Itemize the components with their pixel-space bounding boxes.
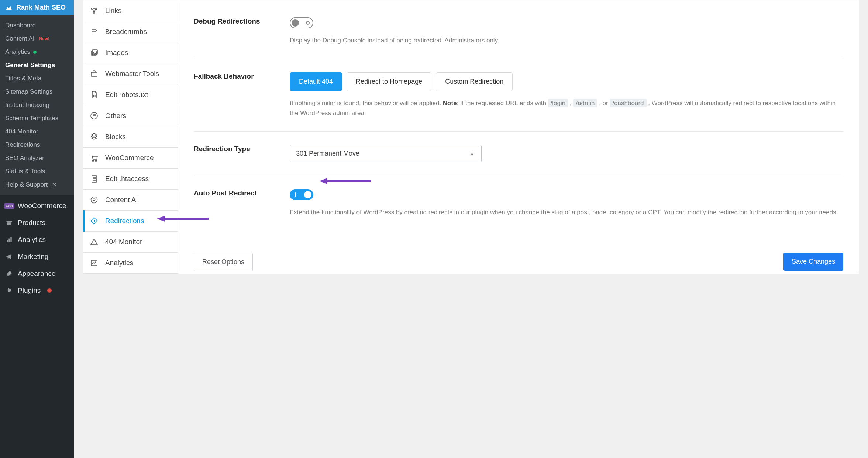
blocks-icon: [90, 132, 99, 141]
tab-label: Edit .htaccess: [105, 175, 149, 183]
tab-webmaster-tools[interactable]: Webmaster Tools: [83, 63, 178, 84]
tab-404-monitor[interactable]: 404 Monitor: [83, 232, 178, 253]
fallback-options: Default 404 Redirect to Homepage Custom …: [290, 72, 843, 91]
tab-label: Breadcrumbs: [105, 28, 147, 36]
content-wrapper: Links Breadcrumbs Images Webmaster Tools…: [74, 0, 868, 458]
label-fallback-behavior: Fallback Behavior: [194, 72, 275, 118]
option-custom-redirection[interactable]: Custom Redirection: [436, 72, 513, 91]
sidebar-plugin-header[interactable]: Rank Math SEO: [0, 0, 74, 15]
note-label: Note: [443, 100, 457, 107]
submenu-analytics[interactable]: Analytics: [0, 45, 74, 59]
svg-rect-0: [7, 221, 12, 222]
tab-woocommerce[interactable]: WooCommerce: [83, 148, 178, 169]
menu-plugins[interactable]: Plugins: [0, 282, 74, 299]
tab-breadcrumbs[interactable]: Breadcrumbs: [83, 21, 178, 42]
tab-edit-htaccess[interactable]: Edit .htaccess: [83, 169, 178, 190]
archive-icon: [5, 219, 13, 226]
menu-analytics[interactable]: Analytics: [0, 231, 74, 248]
settings-footer: Reset Options Save Changes: [178, 245, 859, 274]
submenu-item-label: Redirections: [5, 141, 40, 149]
tab-images[interactable]: Images: [83, 42, 178, 63]
menu-item-label: Analytics: [18, 236, 46, 244]
row-redirection-type: Redirection Type 301 Permanent Move: [194, 132, 843, 176]
wp-main-menu: woo WooCommerce Products Analytics Marke…: [0, 195, 74, 299]
save-changes-button[interactable]: Save Changes: [783, 253, 843, 271]
submenu-seo-analyzer[interactable]: SEO Analyzer: [0, 152, 74, 165]
submenu-titles-meta[interactable]: Titles & Meta: [0, 72, 74, 85]
svg-point-17: [94, 244, 94, 244]
new-badge: New!: [39, 36, 49, 41]
status-dot-icon: [33, 51, 37, 54]
desc-text: If nothing similar is found, this behavi…: [290, 100, 443, 107]
submenu-item-label: Content AI: [5, 35, 34, 42]
sign-icon: [90, 27, 99, 36]
chevron-down-icon: [469, 150, 475, 157]
wp-admin-sidebar: Rank Math SEO Dashboard Content AINew! A…: [0, 0, 74, 458]
submenu-status-tools[interactable]: Status & Tools: [0, 165, 74, 178]
submenu-item-label: Titles & Meta: [5, 75, 42, 82]
menu-woocommerce[interactable]: woo WooCommerce: [0, 197, 74, 214]
submenu-item-label: Help & Support: [5, 181, 48, 188]
desc-auto-post-redirect: Extend the functionality of WordPress by…: [290, 208, 843, 217]
menu-appearance[interactable]: Appearance: [0, 265, 74, 282]
menu-item-label: Plugins: [18, 287, 41, 295]
chart-icon: [90, 259, 99, 267]
select-redirection-type[interactable]: 301 Permanent Move: [290, 145, 482, 162]
tab-blocks[interactable]: Blocks: [83, 126, 178, 148]
code-admin: /admin: [573, 99, 597, 107]
woocommerce-icon: woo: [5, 203, 13, 209]
tab-links[interactable]: Links: [83, 0, 178, 21]
tab-others[interactable]: Others: [83, 105, 178, 126]
annotation-arrow-toggle: [319, 177, 371, 185]
submenu-instant-indexing[interactable]: Instant Indexing: [0, 98, 74, 112]
submenu-item-label: 404 Monitor: [5, 128, 38, 135]
option-redirect-homepage[interactable]: Redirect to Homepage: [347, 72, 431, 91]
row-debug-redirections: Debug Redirections Display the Debug Con…: [194, 4, 843, 59]
submenu-schema-templates[interactable]: Schema Templates: [0, 112, 74, 125]
submenu-dashboard[interactable]: Dashboard: [0, 19, 74, 32]
tab-content-ai[interactable]: Content AI: [83, 190, 178, 211]
file-code-icon: [90, 90, 99, 99]
tab-label: Links: [105, 7, 121, 15]
label-debug-redirections: Debug Redirections: [194, 17, 275, 45]
tab-analytics[interactable]: Analytics: [83, 253, 178, 274]
cart-icon: [90, 153, 99, 162]
toggle-auto-post-redirect[interactable]: [290, 189, 313, 200]
sidebar-plugin-title: Rank Math SEO: [16, 4, 66, 11]
briefcase-icon: [90, 69, 99, 78]
tab-redirections[interactable]: Redirections: [83, 211, 178, 232]
label-redirection-type: Redirection Type: [194, 145, 275, 162]
submenu-item-label: General Settings: [5, 62, 55, 69]
toggle-debug-redirections[interactable]: [290, 17, 313, 28]
tab-label: Edit robots.txt: [105, 91, 148, 99]
svg-rect-1: [7, 222, 11, 225]
reset-options-button[interactable]: Reset Options: [194, 253, 253, 271]
settings-tabs: Links Breadcrumbs Images Webmaster Tools…: [83, 0, 178, 274]
links-icon: [90, 6, 99, 15]
megaphone-icon: [5, 253, 13, 260]
menu-item-label: Products: [18, 219, 45, 227]
tab-label: WooCommerce: [105, 154, 154, 162]
submenu-item-label: Analytics: [5, 48, 30, 56]
update-indicator-icon: [47, 288, 52, 293]
bars-icon: [5, 236, 13, 243]
submenu-content-ai[interactable]: Content AINew!: [0, 32, 74, 45]
label-auto-post-redirect: Auto Post Redirect: [194, 189, 275, 217]
submenu-item-label: Sitemap Settings: [5, 88, 53, 96]
tab-label: Others: [105, 112, 126, 120]
submenu-help-support[interactable]: Help & Support: [0, 178, 74, 191]
svg-rect-3: [8, 239, 10, 242]
tab-edit-robots[interactable]: Edit robots.txt: [83, 84, 178, 105]
submenu-404-monitor[interactable]: 404 Monitor: [0, 125, 74, 138]
svg-point-7: [93, 12, 95, 13]
tab-label: Analytics: [105, 259, 133, 267]
option-default-404[interactable]: Default 404: [290, 72, 342, 91]
submenu-item-label: Schema Templates: [5, 115, 58, 122]
warn-icon: [90, 237, 99, 246]
tab-label: Redirections: [105, 217, 144, 225]
submenu-sitemap[interactable]: Sitemap Settings: [0, 85, 74, 98]
submenu-redirections[interactable]: Redirections: [0, 138, 74, 152]
menu-products[interactable]: Products: [0, 214, 74, 231]
menu-marketing[interactable]: Marketing: [0, 248, 74, 265]
submenu-general-settings[interactable]: General Settings: [0, 59, 74, 72]
